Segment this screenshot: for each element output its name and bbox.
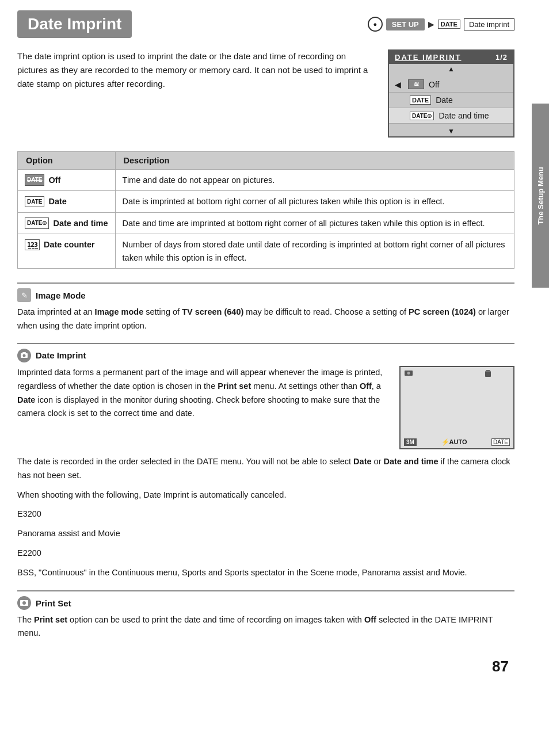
datetime-icon: DATE⊙ xyxy=(25,217,49,229)
breadcrumb: ● SET UP ▶ DATE Date imprint xyxy=(368,17,514,32)
resolution-badge: 3M xyxy=(404,438,417,446)
menu-date-label: Date xyxy=(436,96,453,105)
table-cell-desc-counter: Number of days from stored date until da… xyxy=(115,234,514,269)
table-cell-option-datetime: DATE⊙ Date and time xyxy=(18,212,116,234)
date-imprint-paragraphs: Imprinted data forms a permanent part of… xyxy=(17,366,388,427)
table-cell-option-counter: 1̲2̲3̲ Date counter xyxy=(18,234,116,269)
list-item-bss: BSS, "Continuous" in the Continuous menu… xyxy=(17,566,514,580)
preview-date-icon: DATE xyxy=(491,438,510,446)
counter-icon: 1̲2̲3̲ xyxy=(25,239,40,251)
datetime-label: Date and time xyxy=(53,217,108,230)
breadcrumb-icon-date: DATE xyxy=(438,20,460,29)
date-imprint-section-title: Date Imprint xyxy=(36,350,86,360)
menu-item-off: ◀ ≊ Off xyxy=(389,77,513,93)
table-row: 1̲2̲3̲ Date counter Number of days from … xyxy=(18,234,514,269)
svg-point-4 xyxy=(407,372,410,375)
image-mode-text: Data imprinted at an Image mode setting … xyxy=(17,306,514,332)
off-icon: DATE xyxy=(25,174,44,186)
top-section: The date imprint option is used to impri… xyxy=(17,49,514,138)
image-mode-title: Image Mode xyxy=(36,291,86,300)
camera-menu-header: DATE IMPRINT 1/2 xyxy=(389,51,513,64)
svg-rect-5 xyxy=(485,371,491,377)
note-header-print-set: Print Set xyxy=(17,596,514,610)
preview-bottom: 3M ⚡AUTO DATE xyxy=(401,438,513,446)
note-header-image-mode: ✎ Image Mode xyxy=(17,288,514,302)
bold-off-1: Off xyxy=(360,381,372,391)
table-cell-option-date: DATE Date xyxy=(18,191,116,212)
menu-arrow-down: ▼ xyxy=(389,126,513,136)
print-set-title: Print Set xyxy=(36,598,71,608)
menu-selector-arrow: ◀ xyxy=(395,80,401,89)
menu-off-label: Off xyxy=(429,80,439,89)
page-title: Date Imprint xyxy=(28,15,121,33)
table-cell-option-off: DATE Off xyxy=(18,170,116,191)
print-set-note: Print Set The Print set option can be us… xyxy=(17,590,514,640)
camera-menu-mockup: DATE IMPRINT 1/2 ▲ ◀ ≊ Off DATE Date DAT… xyxy=(388,49,514,138)
print-set-text: The Print set option can be used to prin… xyxy=(17,613,514,640)
date-imprint-para1: Imprinted data forms a permanent part of… xyxy=(17,366,388,421)
breadcrumb-item-label: Date imprint xyxy=(464,18,514,30)
bold-image-mode: Image mode xyxy=(95,307,144,316)
preview-trash-icon xyxy=(485,369,491,379)
table-header-description: Description xyxy=(115,152,514,170)
print-set-icon xyxy=(17,596,31,610)
image-mode-note: ✎ Image Mode Data imprinted at an Image … xyxy=(17,282,514,332)
camera-preview-mockup: 3M ⚡AUTO DATE xyxy=(399,366,514,449)
date-label: Date xyxy=(48,195,66,208)
menu-datetime-icon: DATE⊙ xyxy=(410,112,434,120)
list-item-e2200: E2200 xyxy=(17,547,514,560)
bold-datetime-2: Date and time xyxy=(384,457,439,466)
svg-point-9 xyxy=(22,601,26,605)
sidebar-label: The Setup Menu xyxy=(536,167,545,224)
circle-symbol: ● xyxy=(373,21,377,28)
camera-menu-body: ◀ ≊ Off DATE Date DATE⊙ Date and time xyxy=(389,74,513,126)
date-imprint-content: Imprinted data forms a permanent part of… xyxy=(17,366,514,449)
preview-camera-icon xyxy=(404,369,413,379)
table-row: DATE Off Time and date do not appear on … xyxy=(18,170,514,191)
page-number: 87 xyxy=(17,658,514,675)
intro-text: The date imprint option is used to impri… xyxy=(17,49,374,138)
auto-label: ⚡AUTO xyxy=(441,438,467,446)
table-cell-desc-date: Date is imprinted at bottom right corner… xyxy=(115,191,514,212)
off-label: Off xyxy=(48,174,60,186)
breadcrumb-circle-icon: ● xyxy=(368,17,383,32)
menu-date-icon: DATE xyxy=(410,96,431,105)
bold-print-set-2: Print set xyxy=(34,615,67,624)
sidebar-tab: The Setup Menu xyxy=(532,104,549,288)
options-table: Option Description DATE Off Time and dat… xyxy=(17,151,514,269)
menu-datetime-label: Date and time xyxy=(439,111,489,120)
preview-top-icons xyxy=(404,369,491,379)
camera-icon xyxy=(17,349,31,362)
menu-item-datetime: DATE⊙ Date and time xyxy=(389,108,513,124)
table-row: DATE⊙ Date and time Date and time are im… xyxy=(18,212,514,234)
camera-menu-page: 1/2 xyxy=(495,53,508,62)
page-header: Date Imprint ● SET UP ▶ DATE Date imprin… xyxy=(17,0,514,38)
svg-rect-2 xyxy=(22,352,26,354)
breadcrumb-arrow-icon: ▶ xyxy=(428,20,434,29)
date-imprint-para2: The date is recorded in the order select… xyxy=(17,455,514,483)
bold-off-2: Off xyxy=(364,615,376,624)
menu-arrow-up: ▲ xyxy=(389,64,513,74)
bold-date-1: Date xyxy=(17,395,35,404)
svg-point-1 xyxy=(23,354,26,357)
date-imprint-para3: When shooting with the following, Date I… xyxy=(17,488,514,502)
page-title-box: Date Imprint xyxy=(17,10,132,38)
table-header-option: Option xyxy=(18,152,116,170)
bold-pc-screen: PC screen (1024) xyxy=(409,307,476,316)
table-row: DATE Date Date is imprinted at bottom ri… xyxy=(18,191,514,212)
note-header-date-imprint: Date Imprint xyxy=(17,349,514,362)
intro-paragraph: The date imprint option is used to impri… xyxy=(17,49,374,91)
table-cell-desc-datetime: Date and time are imprinted at bottom ri… xyxy=(115,212,514,234)
list-item-e3200: E3200 xyxy=(17,507,514,521)
menu-item-date: DATE Date xyxy=(389,93,513,108)
pencil-icon: ✎ xyxy=(17,288,31,302)
menu-off-icon: ≊ xyxy=(408,79,424,89)
date-icon: DATE xyxy=(25,196,44,208)
setup-pill: SET UP xyxy=(386,18,425,30)
counter-label: Date counter xyxy=(44,238,95,251)
date-imprint-note: Date Imprint Imprinted data forms a perm… xyxy=(17,343,514,580)
table-cell-desc-off: Time and date do not appear on pictures. xyxy=(115,170,514,191)
camera-menu-title: DATE IMPRINT xyxy=(395,53,461,62)
bold-print-set-1: Print set xyxy=(218,381,251,391)
bold-tv-screen: TV screen (640) xyxy=(182,307,243,316)
